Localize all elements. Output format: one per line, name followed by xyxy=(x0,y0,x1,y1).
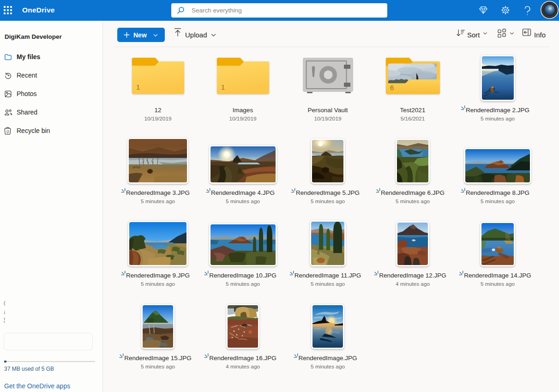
svg-text:1: 1 xyxy=(221,83,225,91)
svg-text:6: 6 xyxy=(390,84,394,91)
svg-text:1: 1 xyxy=(136,83,140,91)
